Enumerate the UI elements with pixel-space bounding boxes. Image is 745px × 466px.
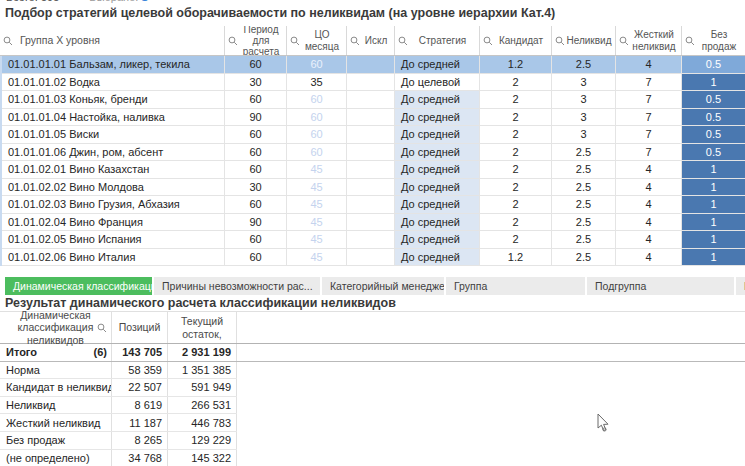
- cell-nosales[interactable]: 1: [682, 249, 745, 266]
- cell-strategy[interactable]: До средней: [395, 231, 480, 248]
- column-header-excl[interactable]: Искл: [347, 26, 395, 55]
- cell-strategy[interactable]: До средней: [395, 196, 480, 213]
- cell-period[interactable]: 60: [225, 249, 287, 266]
- column-header-group[interactable]: Группа X уровня: [0, 26, 225, 55]
- cell-excl[interactable]: [347, 196, 395, 213]
- cell-nosales[interactable]: 1: [682, 196, 745, 213]
- cell-strategy[interactable]: До средней: [395, 91, 480, 108]
- cell-excl[interactable]: [347, 91, 395, 108]
- cell-nosales[interactable]: 1: [682, 161, 745, 178]
- search-icon[interactable]: [350, 36, 360, 46]
- cell-co[interactable]: 45: [287, 214, 347, 231]
- cell-nonliquid[interactable]: 2.5: [552, 179, 616, 196]
- cell-nosales[interactable]: 1: [682, 74, 745, 91]
- cell-excl[interactable]: [347, 231, 395, 248]
- tab-clipped[interactable]: По: [736, 277, 745, 295]
- cell-candidate[interactable]: 1.2: [480, 249, 552, 266]
- cell-candidate[interactable]: 2: [480, 74, 552, 91]
- table-row[interactable]: 01.01.02.05 Вино Испания6045До средней22…: [0, 231, 745, 249]
- cell-strategy[interactable]: До средней: [395, 214, 480, 231]
- search-icon[interactable]: [483, 36, 493, 46]
- cell-period[interactable]: 30: [225, 179, 287, 196]
- cell-excl[interactable]: [347, 109, 395, 126]
- cell-hard[interactable]: 4: [616, 161, 682, 178]
- cell-candidate[interactable]: 2: [480, 179, 552, 196]
- table-row[interactable]: 01.01.01.03 Коньяк, бренди6060До средней…: [0, 91, 745, 109]
- cell-hard[interactable]: 4: [616, 56, 682, 73]
- table-row[interactable]: 01.01.02.03 Вино Грузия, Абхазия6045До с…: [0, 196, 745, 214]
- cell-group[interactable]: 01.01.02.01 Вино Казахстан: [0, 161, 225, 178]
- cell-co[interactable]: 60: [287, 144, 347, 161]
- cell-strategy[interactable]: До целевой: [395, 74, 480, 91]
- table-row[interactable]: Кандидат в неликвиды22 507591 949: [0, 379, 237, 397]
- cell-nosales[interactable]: 0.5: [682, 56, 745, 73]
- cell-hard[interactable]: 4: [616, 249, 682, 266]
- cell-candidate[interactable]: 2: [480, 109, 552, 126]
- cell-nonliquid[interactable]: 2.5: [552, 56, 616, 73]
- cell-period[interactable]: 90: [225, 214, 287, 231]
- table-row[interactable]: 01.01.02.06 Вино Италия6045До средней1.2…: [0, 249, 745, 267]
- cell-nonliquid[interactable]: 2.5: [552, 249, 616, 266]
- cell-group[interactable]: 01.01.01.06 Джин, ром, абсент: [0, 144, 225, 161]
- cell-group[interactable]: 01.01.01.05 Виски: [0, 126, 225, 143]
- cell-excl[interactable]: [347, 249, 395, 266]
- cell-co[interactable]: 45: [287, 179, 347, 196]
- cell-group[interactable]: 01.01.01.01 Бальзам, ликер, текила: [0, 56, 225, 73]
- cell-candidate[interactable]: 2: [480, 126, 552, 143]
- cell-co[interactable]: 45: [287, 196, 347, 213]
- cell-period[interactable]: 90: [225, 109, 287, 126]
- table-row[interactable]: Неликвид8 619266 531: [0, 397, 237, 415]
- table-row[interactable]: 01.01.02.02 Вино Молдова3045До средней22…: [0, 179, 745, 197]
- search-icon[interactable]: [685, 36, 695, 46]
- cell-co[interactable]: 35: [287, 74, 347, 91]
- cell-nonliquid[interactable]: 2.5: [552, 144, 616, 161]
- cell-strategy[interactable]: До средней: [395, 161, 480, 178]
- cell-group[interactable]: 01.01.02.04 Вино Франция: [0, 214, 225, 231]
- cell-period[interactable]: 60: [225, 91, 287, 108]
- column-header-positions[interactable]: Позиций: [112, 312, 168, 343]
- column-header-nosales[interactable]: Без продаж: [682, 26, 745, 55]
- cell-co[interactable]: 45: [287, 161, 347, 178]
- cell-co[interactable]: 60: [287, 126, 347, 143]
- cell-hard[interactable]: 4: [616, 214, 682, 231]
- cell-candidate[interactable]: 2: [480, 144, 552, 161]
- column-header-hard[interactable]: Жесткий неликвид: [616, 26, 682, 55]
- cell-hard[interactable]: 4: [616, 196, 682, 213]
- search-icon[interactable]: [290, 36, 300, 46]
- cell-nosales[interactable]: 0.5: [682, 126, 745, 143]
- cell-candidate[interactable]: 1.2: [480, 56, 552, 73]
- cell-group[interactable]: 01.01.02.06 Вино Италия: [0, 249, 225, 266]
- cell-period[interactable]: 30: [225, 74, 287, 91]
- cell-hard[interactable]: 7: [616, 91, 682, 108]
- cell-nonliquid[interactable]: 2.5: [552, 161, 616, 178]
- tab-group[interactable]: Группа: [446, 277, 585, 295]
- cell-period[interactable]: 60: [225, 144, 287, 161]
- column-header-co[interactable]: ЦО месяца: [287, 26, 347, 55]
- cell-hard[interactable]: 7: [616, 144, 682, 161]
- cell-strategy[interactable]: До средней: [395, 179, 480, 196]
- cell-nosales[interactable]: 1: [682, 214, 745, 231]
- cell-group[interactable]: 01.01.01.04 Настойка, наливка: [0, 109, 225, 126]
- column-header-period[interactable]: Период для расчета: [225, 26, 287, 55]
- cell-co[interactable]: 60: [287, 109, 347, 126]
- cell-excl[interactable]: [347, 56, 395, 73]
- cell-candidate[interactable]: 2: [480, 231, 552, 248]
- cell-co[interactable]: 60: [287, 91, 347, 108]
- search-icon[interactable]: [3, 36, 13, 46]
- table-row[interactable]: 01.01.01.01 Бальзам, ликер, текила6060До…: [0, 56, 745, 74]
- cell-nonliquid[interactable]: 3: [552, 126, 616, 143]
- tab-category-manager[interactable]: Категорийный менеджер: [322, 277, 444, 295]
- cell-nonliquid[interactable]: 3: [552, 91, 616, 108]
- cell-hard[interactable]: 7: [616, 109, 682, 126]
- cell-co[interactable]: 45: [287, 231, 347, 248]
- cell-group[interactable]: 01.01.02.03 Вино Грузия, Абхазия: [0, 196, 225, 213]
- cell-group[interactable]: 01.01.01.03 Коньяк, бренди: [0, 91, 225, 108]
- cell-period[interactable]: 60: [225, 231, 287, 248]
- cell-period[interactable]: 60: [225, 161, 287, 178]
- tab-subgroup[interactable]: Подгруппа: [587, 277, 734, 295]
- cell-group[interactable]: 01.01.01.02 Водка: [0, 74, 225, 91]
- cell-nonliquid[interactable]: 2.5: [552, 214, 616, 231]
- cell-co[interactable]: 60: [287, 56, 347, 73]
- cell-co[interactable]: 45: [287, 249, 347, 266]
- table-row[interactable]: 01.01.02.01 Вино Казахстан6045До средней…: [0, 161, 745, 179]
